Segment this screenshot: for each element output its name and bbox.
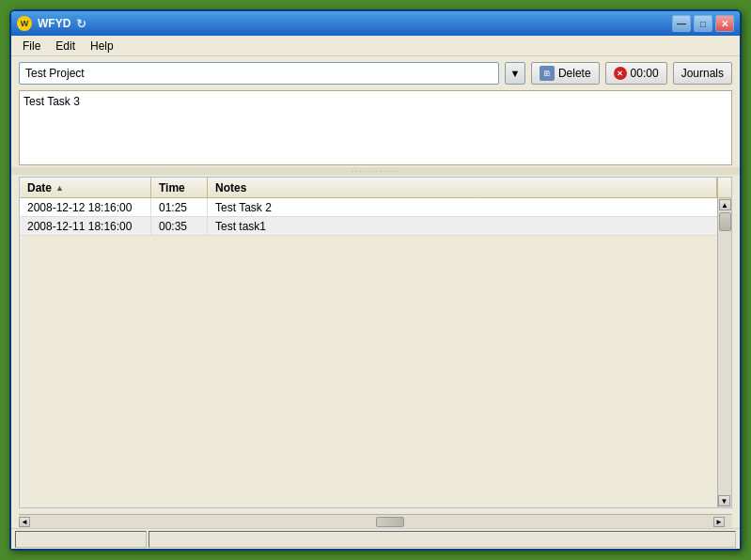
menu-edit[interactable]: Edit [48, 38, 83, 54]
status-panel-2 [149, 531, 736, 548]
table-body[interactable]: 2008-12-12 18:16:00 01:25 Test Task 2 20… [20, 198, 731, 507]
sort-arrow-date: ▲ [55, 183, 64, 193]
journals-button[interactable]: Journals [673, 62, 732, 85]
h-scroll-left-button[interactable]: ◄ [19, 517, 30, 527]
scroll-down-button[interactable]: ▼ [718, 495, 730, 506]
app-icon: W [17, 16, 32, 31]
timer-button[interactable]: ✕ 00:00 [605, 62, 667, 85]
column-header-notes[interactable]: Notes [208, 178, 717, 197]
cell-time-0: 01:25 [151, 198, 208, 216]
cell-notes-0: Test Task 2 [208, 198, 731, 216]
table-row[interactable]: 2008-12-12 18:16:00 01:25 Test Task 2 [20, 198, 731, 217]
minimize-button[interactable]: — [672, 15, 691, 32]
title-bar-left: W WFYD ↻ [17, 16, 86, 31]
cell-date-0: 2008-12-12 18:16:00 [20, 198, 151, 216]
scroll-thumb[interactable] [719, 212, 731, 231]
cell-date-1: 2008-12-11 18:16:00 [20, 217, 151, 235]
title-bar: W WFYD ↻ — □ ✕ [11, 11, 740, 36]
window-title: WFYD [38, 17, 70, 30]
splitter-handle: ············ [352, 167, 399, 176]
delete-icon: 🖹 [540, 66, 555, 81]
vertical-scrollbar[interactable]: ▲ ▼ [717, 198, 731, 507]
cell-notes-1: Test task1 [208, 217, 731, 235]
menu-bar: File Edit Help [11, 36, 740, 56]
table-wrapper: Date ▲ Time Notes 2008-12-12 18:16:00 01… [19, 177, 732, 508]
h-scroll-thumb[interactable] [376, 517, 404, 527]
status-panel-1 [15, 531, 147, 548]
splitter[interactable]: ············ [11, 167, 740, 175]
notes-textarea[interactable] [20, 91, 731, 164]
project-dropdown[interactable] [19, 62, 499, 85]
maximize-button[interactable]: □ [694, 15, 712, 32]
toolbar: ▼ 🖹 Delete ✕ 00:00 Journals [11, 56, 740, 90]
main-window: W WFYD ↻ — □ ✕ File Edit Help ▼ [9, 9, 742, 551]
notes-container [19, 90, 732, 165]
table-header: Date ▲ Time Notes [20, 178, 731, 198]
column-header-date[interactable]: Date ▲ [20, 178, 151, 197]
menu-help[interactable]: Help [83, 38, 121, 54]
delete-button[interactable]: 🖹 Delete [531, 62, 600, 85]
scrollbar-header-spacer [717, 178, 731, 197]
h-scroll-right-button[interactable]: ► [713, 517, 725, 527]
window-controls: — □ ✕ [672, 15, 734, 32]
cell-time-1: 00:35 [151, 217, 208, 235]
scroll-up-button[interactable]: ▲ [719, 199, 731, 210]
timer-stop-icon: ✕ [614, 67, 627, 80]
menu-file[interactable]: File [15, 38, 48, 54]
close-button[interactable]: ✕ [715, 15, 734, 32]
table-row[interactable]: 2008-12-11 18:16:00 00:35 Test task1 [20, 217, 731, 236]
column-header-time[interactable]: Time [151, 178, 208, 197]
project-dropdown-arrow[interactable]: ▼ [505, 62, 525, 85]
status-bar [11, 528, 740, 549]
horizontal-scrollbar[interactable]: ◄ ► [19, 514, 732, 528]
refresh-icon: ↻ [76, 17, 86, 31]
